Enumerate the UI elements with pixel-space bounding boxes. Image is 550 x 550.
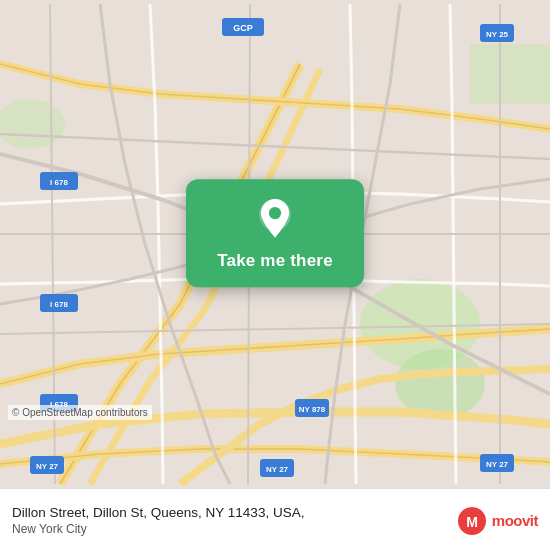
city-line: New York City — [12, 522, 447, 536]
svg-text:M: M — [466, 514, 478, 530]
svg-rect-4 — [470, 44, 550, 104]
svg-text:GCP: GCP — [233, 23, 253, 33]
moovit-logo: M moovit — [457, 506, 538, 536]
address-block: Dillon Street, Dillon St, Queens, NY 114… — [12, 505, 447, 536]
svg-text:NY 878: NY 878 — [299, 405, 326, 414]
app: GCP I 678 I 678 I 678 NY 27 NY 27 NY 27 … — [0, 0, 550, 550]
svg-text:NY 27: NY 27 — [266, 465, 289, 474]
moovit-icon: M — [457, 506, 487, 536]
svg-text:NY 27: NY 27 — [486, 460, 509, 469]
svg-text:NY 25: NY 25 — [486, 30, 509, 39]
svg-text:I 678: I 678 — [50, 300, 68, 309]
address-line: Dillon Street, Dillon St, Queens, NY 114… — [12, 505, 447, 520]
svg-text:NY 27: NY 27 — [36, 462, 59, 471]
svg-text:I 678: I 678 — [50, 178, 68, 187]
take-me-there-button[interactable]: Take me there — [217, 251, 333, 271]
bottom-info-bar: Dillon Street, Dillon St, Queens, NY 114… — [0, 488, 550, 550]
map-container: GCP I 678 I 678 I 678 NY 27 NY 27 NY 27 … — [0, 0, 550, 488]
svg-point-25 — [269, 207, 281, 219]
location-card: Take me there — [186, 179, 364, 287]
location-pin-icon — [253, 197, 297, 241]
moovit-brand-label: moovit — [492, 512, 538, 529]
map-copyright: © OpenStreetMap contributors — [8, 405, 152, 420]
